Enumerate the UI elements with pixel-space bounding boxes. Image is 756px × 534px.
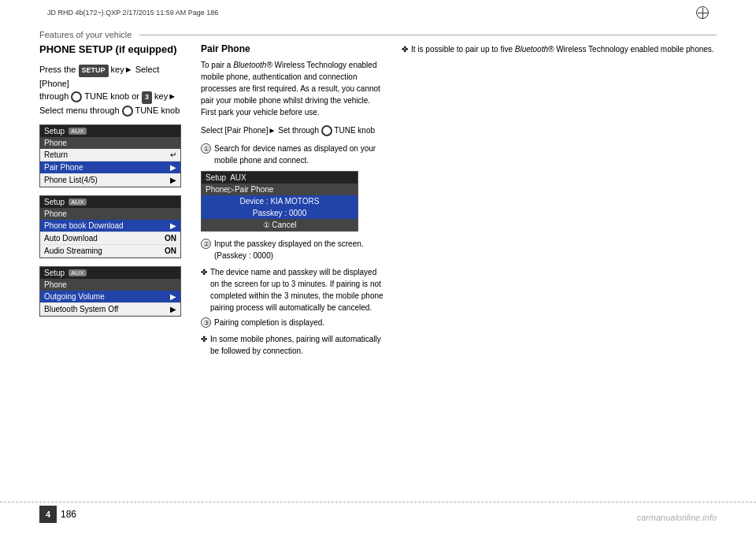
screen-1-pair-label: Pair Phone xyxy=(44,163,83,172)
pair-phone-title: Pair Phone xyxy=(201,43,386,54)
cross-sym-2: ✤ xyxy=(201,333,207,357)
screen-2-autodownload-on: ON xyxy=(165,234,176,243)
step-3-num: ③ xyxy=(201,317,211,328)
screen-2-row-autodownload: Auto Download ON xyxy=(40,232,180,245)
screen-3-row-volume: Outgoing Volume ▶ xyxy=(40,291,180,303)
step-3-text: Pairing completion is displayed. xyxy=(214,317,324,328)
screen-3-volume-label: Outgoing Volume xyxy=(44,292,105,301)
screen-1: Setup AUX Phone Return ↵ Pair Phone ▶ Ph… xyxy=(39,124,181,187)
screen-2-aux: AUX xyxy=(69,198,86,206)
page-number: 186 xyxy=(61,509,76,520)
step-1: ① Search for device names as displayed o… xyxy=(201,143,386,166)
screen-3-setup-label: Setup xyxy=(44,269,65,277)
cross-item-1-text: The device name and passkey will be disp… xyxy=(210,266,386,313)
pair-screen: Setup AUX Phone▷Pair Phone Device : KIA … xyxy=(201,171,358,232)
num3-key: 3 xyxy=(142,91,152,104)
phone-setup-title: PHONE SETUP (if equipped) xyxy=(39,43,185,55)
step-1-num: ① xyxy=(201,143,211,154)
step-2-num: ② xyxy=(201,239,211,249)
screen-1-phone: Phone xyxy=(40,137,180,149)
screen-3-btoff-label: Bluetooth System Off xyxy=(44,305,118,313)
screen-3-phone: Phone xyxy=(40,279,180,291)
pair-screen-nav: Phone▷Pair Phone xyxy=(202,184,358,195)
step-3: ③ Pairing completion is displayed. xyxy=(201,317,386,328)
screen-1-row-pair: Pair Phone ▶ xyxy=(40,161,180,174)
section-header: Features of your vehicle xyxy=(39,30,717,39)
pair-screen-aux: AUX xyxy=(230,173,246,182)
screen-1-list-arrow: ▶ xyxy=(170,176,176,184)
screen-2: Setup AUX Phone Phone book Download ▶ Au… xyxy=(39,195,181,258)
print-header: JD RHD 4b(172~).QXP 2/17/2015 11:59 AM P… xyxy=(47,6,709,19)
screen-1-row-return: Return ↵ xyxy=(40,149,180,161)
screen-3: Setup AUX Phone Outgoing Volume ▶ Blueto… xyxy=(39,266,181,317)
screen-2-streaming-on: ON xyxy=(165,247,176,255)
right-cross-item: ✤ It is possible to pair up to five Blue… xyxy=(402,43,717,55)
screen-1-pair-arrow: ▶ xyxy=(170,163,176,172)
screen-3-aux: AUX xyxy=(69,269,86,276)
pair-screen-passkey: Passkey : 0000 xyxy=(202,207,358,219)
screen-2-autodownload-label: Auto Download xyxy=(44,234,98,243)
screen-3-header: Setup AUX xyxy=(40,267,180,279)
step-2-text: Input the passkey displayed on the scree… xyxy=(214,238,386,261)
right-column: ✤ It is possible to pair up to five Blue… xyxy=(402,43,717,502)
screen-1-aux: AUX xyxy=(69,128,86,135)
pair-screen-setup-label: Setup xyxy=(206,173,226,182)
select-pair-text: Select [Pair Phone]► Set through TUNE kn… xyxy=(201,124,386,136)
screen-1-row-list: Phone List(4/5) ▶ xyxy=(40,174,180,187)
setup-instruction: Press the SETUP key► Select [Phone] thro… xyxy=(39,63,185,117)
screen-2-setup-label: Setup xyxy=(44,198,65,206)
cross-item-1: ✤ The device name and passkey will be di… xyxy=(201,266,386,313)
left-column: PHONE SETUP (if equipped) Press the SETU… xyxy=(39,43,185,502)
crosshair-icon xyxy=(696,6,709,19)
pair-screen-header: Setup AUX xyxy=(202,172,358,184)
screen-1-return-arrow: ↵ xyxy=(170,150,176,159)
bluetooth-italic: Bluetooth® xyxy=(233,61,272,69)
tune-knob-mid xyxy=(321,125,332,136)
screen-3-volume-arrow: ▶ xyxy=(170,292,176,301)
screen-1-list-label: Phone List(4/5) xyxy=(44,176,98,184)
cross-item-2-text: In some mobile phones, pairing will auto… xyxy=(210,333,386,357)
screen-1-setup-label: Setup xyxy=(44,127,65,135)
pair-phone-intro: To pair a Bluetooth® Wireless Technology… xyxy=(201,59,386,118)
right-cross-sym: ✤ xyxy=(402,43,408,55)
screen-3-btoff-arrow: ▶ xyxy=(170,305,176,313)
step-2: ② Input the passkey displayed on the scr… xyxy=(201,238,386,261)
setup-key: SETUP xyxy=(79,65,109,77)
pair-screen-cancel: ① Cancel xyxy=(202,219,358,231)
screen-2-row-streaming: Audio Streaming ON xyxy=(40,245,180,258)
pair-screen-device: Device : KIA MOTORS xyxy=(202,195,358,207)
screen-2-header: Setup AUX xyxy=(40,196,180,208)
screen-1-return-label: Return xyxy=(44,150,68,159)
bt-right-italic: Bluetooth® xyxy=(515,45,554,54)
main-content: PHONE SETUP (if equipped) Press the SETU… xyxy=(39,43,717,502)
page-num-box: 4 xyxy=(39,506,57,523)
section-divider xyxy=(139,35,717,35)
screen-2-streaming-label: Audio Streaming xyxy=(44,247,102,255)
screen-1-header: Setup AUX xyxy=(40,125,180,137)
screen-2-phonebook-arrow: ▶ xyxy=(170,221,176,230)
screen-2-phone: Phone xyxy=(40,208,180,220)
section-title: Features of your vehicle xyxy=(39,30,132,39)
tune-knob-2 xyxy=(122,106,133,117)
print-header-text: JD RHD 4b(172~).QXP 2/17/2015 11:59 AM P… xyxy=(47,9,218,17)
tune-knob-1 xyxy=(71,91,82,102)
cross-item-2: ✤ In some mobile phones, pairing will au… xyxy=(201,333,386,357)
right-cross-text: It is possible to pair up to five Blueto… xyxy=(411,43,714,55)
middle-column: Pair Phone To pair a Bluetooth® Wireless… xyxy=(201,43,386,502)
cross-sym-1: ✤ xyxy=(201,266,207,313)
screen-3-row-btoff: Bluetooth System Off ▶ xyxy=(40,303,180,316)
step-1-text: Search for device names as displayed on … xyxy=(214,143,386,166)
screen-2-phonebook-label: Phone book Download xyxy=(44,221,124,230)
watermark: carmanualonline.info xyxy=(636,513,717,522)
screen-2-row-phonebook: Phone book Download ▶ xyxy=(40,220,180,232)
